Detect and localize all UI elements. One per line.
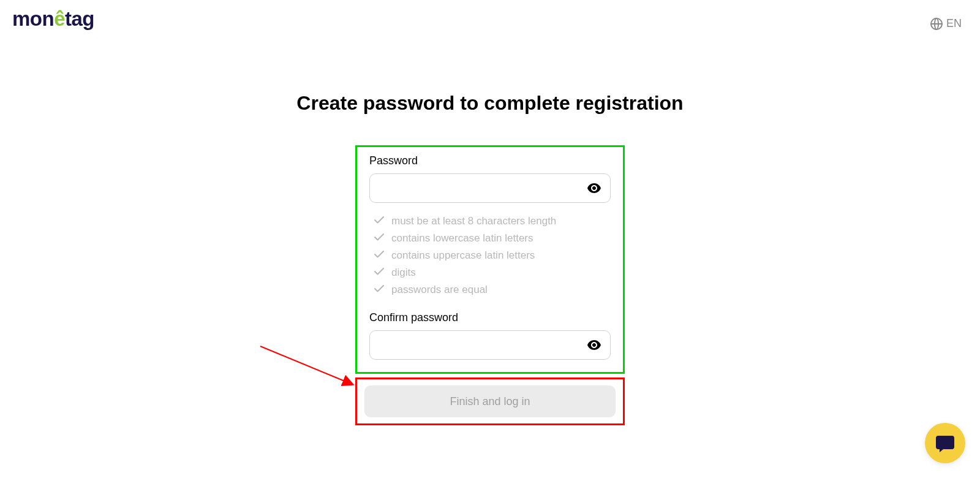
password-form-container: Password must be at least 8 characters l… xyxy=(355,145,625,374)
check-icon xyxy=(374,216,384,226)
requirement-text: contains uppercase latin letters xyxy=(391,249,535,262)
password-input[interactable] xyxy=(369,173,611,203)
check-icon xyxy=(374,285,384,295)
main-content: Create password to complete registration… xyxy=(0,0,980,425)
password-input-wrapper xyxy=(369,173,611,203)
password-requirements: must be at least 8 characters length con… xyxy=(369,215,611,296)
confirm-password-label: Confirm password xyxy=(369,311,611,324)
submit-button-container: Finish and log in xyxy=(355,377,625,425)
globe-icon xyxy=(930,18,943,30)
requirement-item: passwords are equal xyxy=(374,284,611,296)
confirm-password-input[interactable] xyxy=(369,330,611,360)
logo-text-before: mon xyxy=(12,7,54,31)
check-icon xyxy=(374,268,384,278)
logo-text-after: tag xyxy=(65,7,94,31)
eye-icon[interactable] xyxy=(587,340,601,350)
password-label: Password xyxy=(369,154,611,167)
chat-icon xyxy=(935,433,956,453)
requirement-text: digits xyxy=(391,267,416,279)
confirm-password-group: Confirm password xyxy=(369,311,611,360)
password-group: Password xyxy=(369,154,611,203)
finish-button[interactable]: Finish and log in xyxy=(364,385,616,417)
requirement-text: must be at least 8 characters length xyxy=(391,215,556,227)
brand-logo: monêtag xyxy=(12,7,94,31)
requirement-item: contains uppercase latin letters xyxy=(374,249,611,262)
eye-icon[interactable] xyxy=(587,183,601,193)
chat-widget[interactable] xyxy=(925,423,965,463)
logo-accent: ê xyxy=(54,7,65,31)
requirement-text: contains lowercase latin letters xyxy=(391,232,533,245)
confirm-password-input-wrapper xyxy=(369,330,611,360)
requirement-item: digits xyxy=(374,267,611,279)
page-title: Create password to complete registration xyxy=(296,92,683,115)
requirement-item: must be at least 8 characters length xyxy=(374,215,611,227)
language-selector[interactable]: EN xyxy=(930,17,962,30)
requirement-item: contains lowercase latin letters xyxy=(374,232,611,245)
check-icon xyxy=(374,251,384,260)
language-label: EN xyxy=(946,17,962,30)
requirement-text: passwords are equal xyxy=(391,284,488,296)
check-icon xyxy=(374,233,384,243)
